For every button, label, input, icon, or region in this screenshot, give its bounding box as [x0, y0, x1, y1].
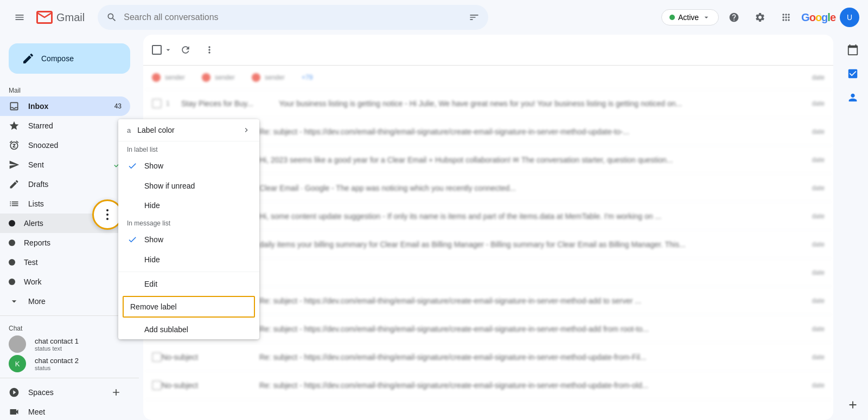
menu-item-edit[interactable]: Edit [118, 274, 259, 294]
drafts-label: Drafts [28, 180, 122, 189]
table-row[interactable]: No-subject Re: subject - https://dev.com… [143, 371, 833, 399]
table-row[interactable]: No-subject Re: subject - https://dev.com… [143, 343, 833, 371]
email-subject: Re: subject - https://dev.com/email-thin… [259, 127, 812, 136]
meet-icon [9, 406, 20, 417]
menu-item-msg-hide-label: Hide [144, 255, 160, 264]
row-checkbox[interactable] [152, 352, 162, 362]
apps-button[interactable] [775, 7, 797, 28]
menu-item-msg-show[interactable]: Show [118, 229, 259, 250]
gmail-logo: Gmail [35, 8, 85, 27]
menu-divider-1 [118, 272, 259, 272]
email-subject: Hi, some content update suggestion - If … [259, 212, 812, 221]
menu-prefix: a [127, 126, 131, 134]
search-bar[interactable] [98, 5, 488, 30]
topbar: Gmail Active [0, 0, 868, 35]
right-panel-tasks-icon[interactable] [842, 63, 864, 85]
sidebar-item-snoozed[interactable]: Snoozed [0, 135, 130, 155]
chat2-info: chat contact 2 status [35, 357, 122, 371]
email-date: date [812, 212, 825, 220]
status-button[interactable]: Active [661, 9, 719, 25]
calendar-icon [847, 44, 859, 56]
gmail-text: Gmail [56, 11, 85, 24]
in-label-list-section: In label list [118, 141, 259, 156]
refresh-button[interactable] [175, 39, 196, 61]
user-avatar[interactable]: U [840, 8, 859, 27]
spaces-label: Spaces [28, 388, 102, 397]
email-date: date [812, 241, 825, 248]
tasks-icon [847, 68, 859, 80]
add-icon [847, 399, 859, 411]
more-vert-icon [204, 44, 215, 55]
chat2-avatar: K [9, 355, 26, 372]
sidebar-item-drafts[interactable]: Drafts [0, 175, 130, 194]
status-chevron-icon [702, 13, 711, 22]
chat1-status: status text [35, 345, 122, 352]
context-menu-trigger-button[interactable] [97, 204, 118, 225]
chat1-name: chat contact 1 [35, 337, 122, 345]
topbar-left: Gmail [9, 7, 85, 28]
settings-icon [755, 12, 765, 23]
right-panel-calendar-icon[interactable] [842, 39, 864, 61]
sidebar-item-inbox[interactable]: Inbox 43 [0, 96, 130, 116]
starred-label: Starred [28, 121, 122, 130]
drafts-icon [9, 179, 20, 190]
red-badge-1 [152, 73, 161, 82]
menu-item-hide[interactable]: Hide [118, 196, 259, 215]
dot-1 [106, 209, 108, 211]
row-checkbox[interactable] [152, 99, 162, 108]
menu-item-edit-label: Edit [144, 280, 157, 288]
chat1-info: chat contact 1 status text [35, 337, 122, 352]
reports-label: Reports [24, 238, 122, 247]
sidebar-item-spaces[interactable]: Spaces [0, 383, 130, 402]
sidebar-item-more[interactable]: More [0, 292, 130, 311]
menu-item-add-sublabel[interactable]: Add sublabel [118, 320, 259, 339]
check-msg-show-icon [127, 235, 138, 244]
in-message-list-section: In message list [118, 215, 259, 229]
work-label: Work [24, 277, 122, 286]
sidebar-item-reports[interactable]: Reports [0, 233, 130, 253]
right-panel-contacts-icon[interactable] [842, 87, 864, 108]
menu-item-remove-label-text: Remove label [130, 302, 177, 311]
red-badge-2 [202, 73, 210, 82]
snoozed-label: Snoozed [28, 141, 122, 150]
spaces-add-icon[interactable] [111, 387, 122, 398]
menu-arrow-icon [242, 126, 251, 134]
email-date: date [812, 269, 825, 276]
row-checkbox[interactable] [152, 380, 162, 390]
sidebar-item-work[interactable]: Work [0, 272, 130, 292]
email-date: date [812, 128, 825, 135]
email-date: date [812, 156, 825, 164]
spaces-icon [9, 387, 20, 398]
menu-item-remove-label[interactable]: Remove label [123, 296, 255, 318]
sidebar-item-meet[interactable]: Meet [0, 402, 130, 420]
sidebar-item-starred[interactable]: Starred [0, 116, 130, 135]
search-input[interactable] [124, 12, 462, 22]
more-label: More [28, 297, 122, 306]
email-sender: Stay Pieces for Buy... [181, 99, 279, 108]
menu-item-msg-hide[interactable]: Hide [118, 250, 259, 269]
email-subject: Re: subject - https://dev.com/email-thin… [259, 381, 812, 390]
table-row[interactable]: 1 Stay Pieces for Buy... Your business l… [143, 89, 833, 118]
settings-button[interactable] [749, 7, 771, 28]
email-date: date [812, 184, 825, 192]
sidebar-item-test[interactable]: Test [0, 253, 130, 272]
table-row[interactable]: sender sender sender +79 date [143, 66, 833, 89]
hamburger-menu-icon[interactable] [9, 7, 30, 28]
email-toolbar [143, 35, 833, 66]
select-chevron-icon[interactable] [164, 46, 173, 54]
email-subject: Your business listing is getting notice … [279, 99, 812, 108]
sidebar-item-sent[interactable]: Sent [0, 155, 130, 175]
help-button[interactable] [723, 7, 745, 28]
sidebar-item-chat1[interactable]: chat contact 1 status text [0, 334, 130, 354]
select-all-checkbox[interactable] [152, 45, 162, 55]
sidebar-item-chat2[interactable]: K chat contact 2 status [0, 354, 130, 373]
status-dot [669, 15, 675, 20]
menu-item-show-if-unread[interactable]: Show if unread [118, 176, 259, 196]
compose-button[interactable]: Compose [9, 43, 130, 74]
menu-item-show[interactable]: Show [118, 156, 259, 176]
more-toolbar-button[interactable] [199, 39, 220, 61]
right-panel-add-icon[interactable] [842, 394, 864, 416]
reports-dot-icon [9, 240, 15, 246]
email-subject: Hi, 2023 seems like a good year for a Cl… [259, 156, 812, 164]
search-options-icon[interactable] [469, 12, 480, 23]
